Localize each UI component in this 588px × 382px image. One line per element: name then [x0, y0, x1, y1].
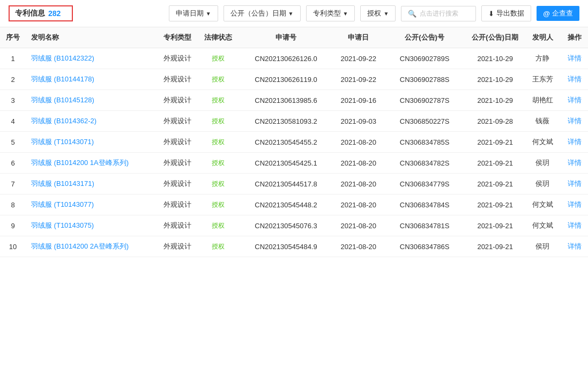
cell-op: 详情 — [561, 90, 588, 111]
cell-name: 羽绒服 (B10145128) — [26, 90, 156, 111]
cell-type: 外观设计 — [156, 48, 199, 69]
cell-appdate: 2021-08-20 — [334, 236, 383, 257]
qcq-button[interactable]: @ 企查查 — [537, 6, 579, 21]
patent-title-box: 专利信息 282 — [9, 5, 73, 21]
cell-no: 9 — [0, 215, 26, 236]
qcq-icon: @ — [543, 10, 550, 18]
col-header-appno: 申请号 — [237, 27, 334, 48]
cell-pubdate: 2021-09-21 — [466, 215, 524, 236]
cell-type: 外观设计 — [156, 153, 199, 174]
search-box[interactable]: 🔍 点击进行搜索 — [401, 6, 476, 21]
cell-inventor: 侯玥 — [524, 153, 561, 174]
cell-pubdate: 2021-10-29 — [466, 48, 524, 69]
patent-table-wrap: 序号 发明名称 专利类型 法律状态 申请号 申请日 公开(公告)号 公开(公告)… — [0, 27, 588, 257]
table-row: 10 羽绒服 (B1014200 2A登峰系列) 外观设计 授权 CN20213… — [0, 236, 588, 257]
cell-no: 7 — [0, 174, 26, 194]
table-row: 1 羽绒服 (B10142322) 外观设计 授权 CN202130626126… — [0, 48, 588, 69]
cell-status: 授权 — [199, 48, 237, 69]
col-header-op: 操作 — [561, 27, 588, 48]
cell-type: 外观设计 — [156, 90, 199, 111]
chevron-down-icon: ▼ — [383, 11, 389, 17]
table-row: 6 羽绒服 (B1014200 1A登峰系列) 外观设计 授权 CN202130… — [0, 153, 588, 174]
apply-date-button[interactable]: 申请日期 ▼ — [169, 5, 218, 21]
cell-op: 详情 — [561, 215, 588, 236]
cell-appno: CN202130544517.8 — [237, 174, 334, 194]
cell-name: 羽绒服 (B10144178) — [26, 69, 156, 90]
chevron-down-icon: ▼ — [343, 11, 348, 17]
patent-type-button[interactable]: 专利类型 ▼ — [306, 5, 355, 21]
search-icon: 🔍 — [408, 10, 416, 18]
cell-pubno: CN306834782S — [383, 153, 467, 174]
cell-no: 8 — [0, 194, 26, 215]
cell-name: 羽绒服 (B1014200 2A登峰系列) — [26, 236, 156, 257]
cell-no: 3 — [0, 90, 26, 111]
cell-inventor: 侯玥 — [524, 236, 561, 257]
cell-appno: CN202130545455.2 — [237, 132, 334, 153]
cell-no: 6 — [0, 153, 26, 174]
cell-op: 详情 — [561, 194, 588, 215]
cell-appno: CN202130626119.0 — [237, 69, 334, 90]
cell-name: 羽绒服 (T10143077) — [26, 194, 156, 215]
table-row: 7 羽绒服 (B10143171) 外观设计 授权 CN202130544517… — [0, 174, 588, 194]
cell-no: 4 — [0, 111, 26, 132]
cell-appdate: 2021-08-20 — [334, 132, 383, 153]
cell-no: 2 — [0, 69, 26, 90]
cell-pubno: CN306902788S — [383, 69, 467, 90]
cell-appdate: 2021-08-20 — [334, 153, 383, 174]
table-row: 4 羽绒服 (B1014362-2) 外观设计 授权 CN20213058109… — [0, 111, 588, 132]
cell-name: 羽绒服 (B1014362-2) — [26, 111, 156, 132]
col-header-pubno: 公开(公告)号 — [383, 27, 467, 48]
col-header-inventor: 发明人 — [524, 27, 561, 48]
cell-status: 授权 — [199, 215, 237, 236]
cell-appno: CN202130545076.3 — [237, 215, 334, 236]
table-row: 8 羽绒服 (T10143077) 外观设计 授权 CN202130545448… — [0, 194, 588, 215]
cell-pubdate: 2021-10-29 — [466, 90, 524, 111]
cell-status: 授权 — [199, 132, 237, 153]
table-row: 2 羽绒服 (B10144178) 外观设计 授权 CN202130626119… — [0, 69, 588, 90]
cell-appno: CN202130626126.0 — [237, 48, 334, 69]
col-header-status: 法律状态 — [199, 27, 237, 48]
cell-type: 外观设计 — [156, 174, 199, 194]
table-header-row: 序号 发明名称 专利类型 法律状态 申请号 申请日 公开(公告)号 公开(公告)… — [0, 27, 588, 48]
cell-op: 详情 — [561, 174, 588, 194]
cell-op: 详情 — [561, 69, 588, 90]
cell-pubno: CN306902789S — [383, 48, 467, 69]
cell-inventor: 何文斌 — [524, 194, 561, 215]
cell-status: 授权 — [199, 90, 237, 111]
cell-name: 羽绒服 (B1014200 1A登峰系列) — [26, 153, 156, 174]
cell-pubno: CN306850227S — [383, 111, 467, 132]
cell-op: 详情 — [561, 111, 588, 132]
cell-appdate: 2021-08-20 — [334, 174, 383, 194]
cell-name: 羽绒服 (B10142322) — [26, 48, 156, 69]
pub-date-button[interactable]: 公开（公告）日期 ▼ — [224, 5, 301, 21]
cell-status: 授权 — [199, 153, 237, 174]
cell-op: 详情 — [561, 48, 588, 69]
cell-appdate: 2021-09-22 — [334, 48, 383, 69]
cell-appdate: 2021-09-22 — [334, 69, 383, 90]
cell-inventor: 钱薇 — [524, 111, 561, 132]
cell-op: 详情 — [561, 236, 588, 257]
cell-status: 授权 — [199, 69, 237, 90]
col-header-appdate: 申请日 — [334, 27, 383, 48]
cell-op: 详情 — [561, 153, 588, 174]
table-row: 9 羽绒服 (T10143075) 外观设计 授权 CN202130545076… — [0, 215, 588, 236]
cell-pubno: CN306902787S — [383, 90, 467, 111]
cell-appdate: 2021-09-03 — [334, 111, 383, 132]
cell-pubno: CN306834779S — [383, 174, 467, 194]
col-header-no: 序号 — [0, 27, 26, 48]
cell-inventor: 方静 — [524, 48, 561, 69]
cell-pubdate: 2021-10-29 — [466, 69, 524, 90]
cell-op: 详情 — [561, 132, 588, 153]
cell-no: 5 — [0, 132, 26, 153]
patent-table: 序号 发明名称 专利类型 法律状态 申请号 申请日 公开(公告)号 公开(公告)… — [0, 27, 588, 257]
cell-name: 羽绒服 (T10143075) — [26, 215, 156, 236]
authorize-button[interactable]: 授权 ▼ — [360, 5, 396, 21]
cell-appno: CN202130613985.6 — [237, 90, 334, 111]
cell-no: 10 — [0, 236, 26, 257]
cell-name: 羽绒服 (T10143071) — [26, 132, 156, 153]
cell-appno: CN202130545425.1 — [237, 153, 334, 174]
cell-appdate: 2021-09-16 — [334, 90, 383, 111]
cell-no: 1 — [0, 48, 26, 69]
export-button[interactable]: ⬇ 导出数据 — [481, 5, 531, 21]
cell-type: 外观设计 — [156, 111, 199, 132]
